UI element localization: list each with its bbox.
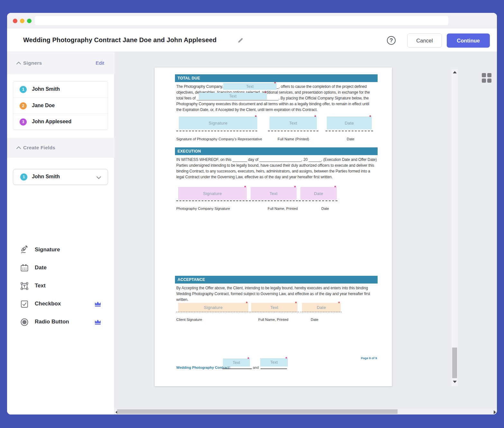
continue-button[interactable]: Continue	[447, 33, 490, 48]
minimize-window-icon[interactable]	[20, 19, 24, 23]
footer-blank-line	[261, 368, 287, 369]
section-bar-total-due: TOTAL DUE	[175, 74, 378, 82]
create-fields-title: Create Fields	[23, 145, 55, 151]
text-field-full-name-printed[interactable]: Text *	[270, 116, 317, 129]
doc-text-line: IN WITNESS WHEREOF, on this _______ day …	[176, 157, 382, 162]
doc-text-line: the Expiration Date, or, if Accepted by …	[176, 107, 382, 112]
signer-number-badge: 2	[20, 102, 27, 109]
signer-row-jane-doe[interactable]: 2 Jane Doe	[13, 98, 108, 114]
vertical-scrollbar-thumb[interactable]	[452, 348, 457, 378]
signer-number-badge: 1	[20, 86, 27, 93]
checkbox-icon	[20, 300, 29, 309]
thumbnail-view-icon[interactable]	[482, 73, 491, 83]
section-title: ACCEPTANCE	[178, 277, 205, 282]
required-marker: *	[274, 80, 276, 86]
text-field-full-name[interactable]: Text *	[251, 187, 297, 200]
field-type-date[interactable]: Date	[7, 261, 115, 275]
field-caption: Full Name, Printed	[258, 318, 289, 321]
scroll-up-arrow-icon[interactable]	[453, 71, 457, 73]
signature-field-company[interactable]: Signature *	[178, 187, 247, 200]
horizontal-scrollbar-thumb[interactable]	[117, 409, 398, 414]
edit-signers-link[interactable]: Edit	[96, 60, 104, 66]
required-marker: *	[294, 184, 296, 190]
required-marker: *	[295, 300, 297, 306]
required-marker: *	[285, 356, 287, 361]
doc-text-line: binding Contract, to any successors, exe…	[176, 169, 382, 173]
chevron-up-icon	[16, 146, 21, 149]
doc-text-line: Wedding Photography Contract, formed sub…	[176, 292, 382, 296]
scroll-right-arrow-icon[interactable]	[494, 410, 496, 414]
field-caption: Full Name (Printed)	[278, 137, 309, 141]
signature-line	[325, 131, 373, 131]
signer-row-john-smith[interactable]: 1 John Smith	[13, 81, 108, 98]
field-type-label: Date	[35, 265, 47, 271]
calendar-icon	[20, 264, 29, 273]
field-type-label: Radio Button	[35, 319, 69, 325]
app-header: Wedding Photography Contract Jane Doe an…	[7, 28, 497, 52]
assignee-dropdown[interactable]: 1 John Smith	[13, 169, 108, 185]
doc-text-line: Photography Company executes this docume…	[176, 102, 382, 106]
document-page: TOTAL DUE The Photography Company, _____…	[155, 68, 392, 386]
text-field-company-name[interactable]: Text *	[223, 83, 277, 90]
url-bar[interactable]	[35, 16, 448, 25]
signers-section-header[interactable]: Signers Edit	[7, 52, 115, 74]
required-marker: *	[246, 300, 248, 306]
date-field-client[interactable]: Date *	[302, 303, 341, 312]
text-field-footer-2[interactable]: Text *	[260, 358, 288, 367]
page-number: Page 9 of 9	[361, 356, 377, 360]
signers-list: 1 John Smith 2 Jane Doe 3 John Appleseed	[13, 81, 108, 130]
signature-field-client[interactable]: Signature *	[178, 303, 248, 312]
signature-line	[250, 312, 299, 312]
required-marker: *	[369, 114, 371, 119]
doc-text-line: The Photography Company, _______________…	[176, 84, 382, 89]
scroll-down-arrow-icon[interactable]	[453, 381, 457, 383]
required-marker: *	[264, 90, 266, 96]
signer-number-badge: 1	[20, 173, 27, 181]
horizontal-scrollbar[interactable]	[115, 409, 497, 414]
text-field-total-fees[interactable]: Text *	[199, 93, 267, 100]
chevron-down-icon	[96, 176, 101, 179]
required-marker: *	[314, 114, 316, 119]
signers-title: Signers	[23, 60, 42, 66]
field-type-label: Signature	[35, 247, 60, 253]
required-marker: *	[244, 184, 246, 190]
create-fields-section-header[interactable]: Create Fields	[7, 138, 115, 158]
vertical-scrollbar[interactable]	[452, 69, 458, 386]
field-caption: Date	[347, 137, 354, 141]
signature-line	[176, 312, 250, 312]
field-caption: Signature of Photography Company’s Repre…	[176, 137, 262, 141]
section-bar-execution: EXECUTION	[175, 147, 378, 155]
field-type-signature[interactable]: Signature	[7, 243, 115, 257]
footer-blank-line	[222, 368, 252, 369]
signer-name: John Smith	[32, 86, 60, 92]
doc-text-line: legal Contract under the Governing Law, …	[176, 175, 382, 179]
field-caption: Photography Company Signature	[176, 207, 230, 210]
doc-text-line: By Accepting the Offer above, the Client…	[176, 286, 382, 290]
required-marker: *	[334, 184, 336, 190]
required-marker: *	[255, 114, 257, 119]
field-type-label: Checkbox	[35, 301, 61, 307]
chevron-up-icon	[16, 61, 21, 65]
edit-title-pencil-icon[interactable]	[237, 37, 244, 44]
field-type-text[interactable]: Text	[7, 279, 115, 293]
close-window-icon[interactable]	[13, 19, 17, 23]
text-frame-icon	[20, 282, 29, 291]
section-title: EXECUTION	[178, 149, 201, 154]
date-field-execution[interactable]: Date *	[300, 187, 337, 200]
signer-name: Jane Doe	[32, 103, 55, 108]
assignee-name: John Smith	[32, 174, 60, 180]
cancel-button[interactable]: Cancel	[407, 33, 442, 48]
date-field-company[interactable]: Date *	[327, 116, 372, 129]
signer-row-john-appleseed[interactable]: 3 John Appleseed	[13, 114, 108, 130]
field-type-label: Text	[35, 283, 46, 289]
radio-button-icon	[20, 318, 29, 327]
signature-field-company-rep[interactable]: Signature *	[179, 116, 257, 129]
field-type-radio-button[interactable]: Radio Button	[7, 315, 115, 329]
document-canvas: TOTAL DUE The Photography Company, _____…	[115, 52, 497, 414]
page-title: Wedding Photography Contract Jane Doe an…	[23, 28, 216, 52]
field-type-checkbox[interactable]: Checkbox	[7, 297, 115, 311]
help-icon[interactable]: ?	[387, 36, 396, 45]
text-field-client-name[interactable]: Text *	[251, 303, 298, 312]
zoom-window-icon[interactable]	[27, 19, 32, 23]
signature-line	[176, 200, 248, 201]
